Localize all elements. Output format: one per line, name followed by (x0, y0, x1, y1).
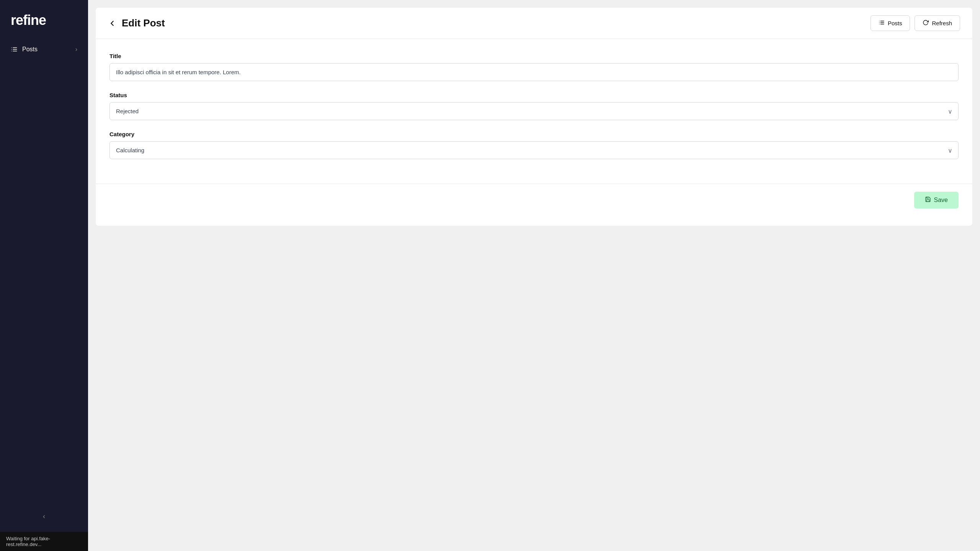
refresh-button-label: Refresh (932, 20, 952, 26)
list-icon (11, 46, 18, 53)
title-input[interactable] (109, 63, 959, 81)
back-button[interactable] (108, 19, 116, 28)
edit-form: Title Status Rejected Published Draft ∨ … (96, 39, 972, 184)
save-button-label: Save (934, 197, 948, 204)
sidebar-item-posts-label: Posts (22, 46, 38, 53)
page-title: Edit Post (122, 17, 165, 29)
content-card: Edit Post Posts (96, 8, 972, 226)
category-select[interactable]: Calculating (109, 141, 959, 159)
form-footer: Save (96, 184, 972, 216)
title-field-group: Title (109, 53, 959, 81)
sidebar-nav: Posts › (0, 37, 88, 61)
save-icon (925, 196, 931, 204)
sidebar: refine Posts › ‹ (0, 0, 88, 551)
browser-status-bar: Waiting for api.fake-rest.refine.dev... (0, 532, 88, 551)
logo-text: refine (11, 12, 46, 28)
status-label: Status (109, 92, 959, 98)
sidebar-item-posts[interactable]: Posts › (0, 41, 88, 58)
title-label: Title (109, 53, 959, 59)
top-bar: Edit Post Posts (96, 8, 972, 39)
posts-list-icon (879, 20, 885, 27)
refresh-button[interactable]: Refresh (915, 15, 960, 31)
status-field-group: Status Rejected Published Draft ∨ (109, 92, 959, 120)
save-button[interactable]: Save (914, 192, 959, 209)
posts-button-label: Posts (888, 20, 902, 26)
category-label: Category (109, 131, 959, 137)
category-field-group: Category Calculating ∨ (109, 131, 959, 159)
posts-button[interactable]: Posts (871, 15, 910, 31)
chevron-right-icon: › (75, 46, 77, 53)
status-text: Waiting for api.fake-rest.refine.dev... (6, 536, 50, 547)
sidebar-logo: refine (0, 0, 88, 37)
main-content: Edit Post Posts (88, 0, 980, 551)
refresh-icon (923, 20, 929, 27)
status-select[interactable]: Rejected Published Draft (109, 102, 959, 120)
collapse-sidebar-button[interactable]: ‹ (43, 512, 45, 520)
